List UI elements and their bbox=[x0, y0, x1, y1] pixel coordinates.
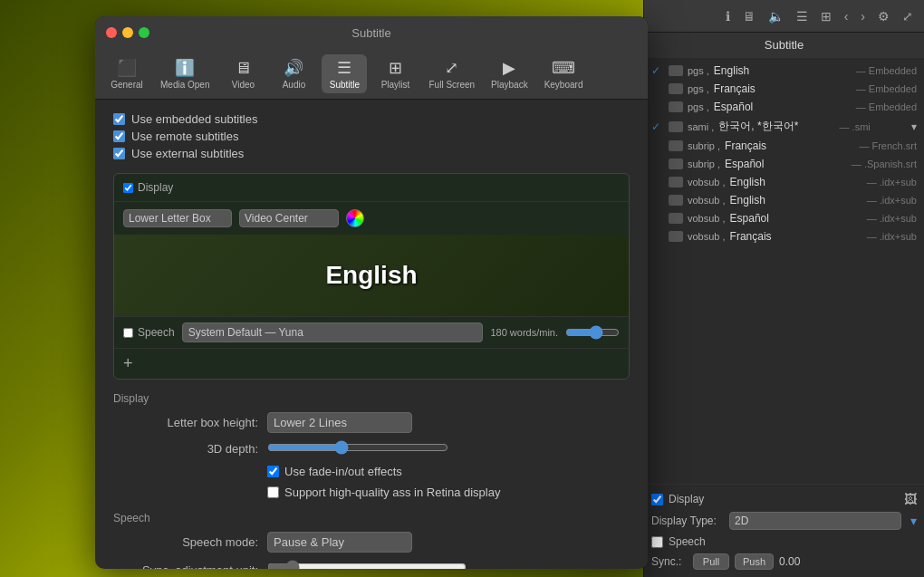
expand-icon[interactable]: ▾ bbox=[911, 120, 917, 133]
subtitle-item[interactable]: vobsub , Français — .idx+sub bbox=[644, 227, 924, 245]
letterbox-height-control: Lower 2 Lines Lower 1 Line Lower 3 Lines bbox=[267, 412, 630, 433]
embedded-checkbox-row[interactable]: Use embedded subtitles bbox=[113, 112, 630, 126]
settings-icon[interactable]: ⚙ bbox=[874, 7, 893, 25]
subtitle-item[interactable]: pgs , Español — Embedded bbox=[644, 98, 924, 116]
close-button[interactable] bbox=[106, 27, 117, 38]
speech-check-row: Speech bbox=[651, 535, 917, 548]
display-type-select[interactable]: 2D 3D bbox=[729, 512, 901, 530]
expand-icon[interactable]: ⤢ bbox=[899, 7, 917, 25]
subtitle-item[interactable]: subrip , Français — French.srt bbox=[644, 137, 924, 155]
speech-check[interactable] bbox=[123, 328, 133, 338]
subtitle-item[interactable]: subrip , Español — .Spanish.srt bbox=[644, 155, 924, 173]
toolbar-playback[interactable]: ▶ Playback bbox=[486, 54, 534, 93]
sync-pull-button[interactable]: Pull bbox=[693, 553, 729, 570]
toolbar-playlist[interactable]: ⊞ Playlist bbox=[372, 54, 418, 93]
content: Use embedded subtitles Use remote subtit… bbox=[95, 100, 648, 569]
speech-row: Speech System Default — Yuna 180 words/m… bbox=[114, 316, 629, 348]
grid-icon[interactable]: ⊞ bbox=[817, 7, 835, 25]
fade-effects-label-row[interactable]: Use fade-in/out effects bbox=[267, 465, 402, 478]
monitor-icon[interactable]: 🖥 bbox=[739, 7, 759, 25]
sync-adj-slider[interactable] bbox=[267, 560, 467, 569]
subtitle-item[interactable]: vobsub , English — .idx+sub bbox=[644, 173, 924, 191]
speech-section-title: Speech bbox=[113, 512, 630, 524]
toolbar-subtitle[interactable]: ☰ Subtitle bbox=[322, 54, 367, 93]
sub-type-icon bbox=[669, 195, 683, 206]
sub-type-icon bbox=[669, 213, 683, 224]
letterbox-height-label: Letter box height: bbox=[113, 416, 258, 429]
keyboard-icon: ⌨ bbox=[552, 58, 575, 78]
color-picker[interactable] bbox=[346, 209, 364, 227]
retina-label-row[interactable]: Support high-quality ass in Retina displ… bbox=[267, 486, 500, 499]
speech-checkbox-row[interactable]: Speech bbox=[123, 326, 175, 339]
toolbar-keyboard[interactable]: ⌨ Keyboard bbox=[539, 54, 589, 93]
sub-type-icon bbox=[669, 231, 683, 242]
minimize-button[interactable] bbox=[122, 27, 133, 38]
remote-label: Use remote subtitles bbox=[131, 130, 239, 143]
sub-type-icon bbox=[669, 65, 683, 76]
subtitle-item[interactable]: vobsub , English — .idx+sub bbox=[644, 191, 924, 209]
speech-checkbox[interactable] bbox=[651, 536, 663, 548]
speech-mode-select[interactable]: Pause & Play Read Only bbox=[267, 532, 412, 553]
words-slider[interactable] bbox=[565, 325, 620, 340]
subtitle-list: ✓ pgs , English — Embedded pgs , Françai… bbox=[644, 58, 924, 484]
subtitle-item[interactable]: vobsub , Español — .idx+sub bbox=[644, 209, 924, 227]
sync-value: 0.00 bbox=[779, 555, 800, 568]
add-button[interactable]: + bbox=[123, 354, 133, 373]
traffic-lights bbox=[106, 27, 149, 38]
letterbox-height-row: Letter box height: Lower 2 Lines Lower 1… bbox=[113, 412, 630, 433]
toolbar-audio[interactable]: 🔊 Audio bbox=[271, 54, 316, 93]
speech-mode-row: Speech mode: Pause & Play Read Only bbox=[113, 532, 630, 553]
nav-forward-icon[interactable]: › bbox=[857, 7, 869, 25]
speech-label: Speech bbox=[669, 535, 706, 548]
toolbar-general[interactable]: ⬛ General bbox=[104, 54, 149, 93]
retina-checkbox[interactable] bbox=[267, 486, 279, 498]
embedded-checkbox[interactable] bbox=[113, 113, 125, 125]
sync-push-button[interactable]: Push bbox=[735, 553, 774, 570]
speech-mode-control: Pause & Play Read Only bbox=[267, 532, 630, 553]
subtitle-item[interactable]: ✓ sami , 한국어, *한국어* — .smi ▾ bbox=[644, 116, 924, 137]
toolbar: ⬛ General ℹ️ Media Open 🖥 Video 🔊 Audio … bbox=[95, 49, 648, 100]
toolbar-media-label: Media Open bbox=[160, 80, 209, 90]
media-open-icon: ℹ️ bbox=[175, 58, 195, 78]
list-icon[interactable]: ☰ bbox=[793, 7, 812, 25]
fade-effects-checkbox[interactable] bbox=[267, 466, 279, 477]
toolbar-playback-label: Playback bbox=[491, 80, 528, 90]
toolbar-audio-label: Audio bbox=[283, 80, 306, 90]
speech-mode-label: Speech mode: bbox=[113, 535, 258, 549]
sync-row: Sync.: Pull Push 0.00 bbox=[651, 553, 917, 570]
subtitle-item[interactable]: pgs , Français — Embedded bbox=[644, 80, 924, 98]
check-icon: ✓ bbox=[651, 64, 664, 77]
display-check[interactable] bbox=[123, 183, 133, 193]
maximize-button[interactable] bbox=[139, 27, 149, 38]
nav-back-icon[interactable]: ‹ bbox=[841, 7, 852, 25]
add-row: + bbox=[114, 348, 629, 379]
letterbox-select[interactable]: Lower Letter Box Upper Letter Box Below … bbox=[123, 209, 232, 227]
audio-icon: 🔊 bbox=[284, 58, 303, 78]
sync-label: Sync.: bbox=[651, 555, 688, 568]
right-panel-title: Subtitle bbox=[644, 33, 924, 58]
remote-checkbox[interactable] bbox=[113, 130, 125, 142]
audio-icon[interactable]: 🔈 bbox=[765, 7, 787, 25]
toolbar-media-open[interactable]: ℹ️ Media Open bbox=[155, 54, 215, 93]
subtitle-item[interactable]: ✓ pgs , English — Embedded bbox=[644, 62, 924, 80]
toolbar-video[interactable]: 🖥 Video bbox=[220, 55, 265, 93]
display-row: Display 🖼 bbox=[651, 492, 917, 506]
fullscreen-icon: ⤢ bbox=[445, 58, 458, 78]
toolbar-fullscreen[interactable]: ⤢ Full Screen bbox=[423, 54, 480, 93]
display-checkbox[interactable] bbox=[651, 494, 663, 505]
sub-type-icon bbox=[669, 83, 683, 94]
info-icon[interactable]: ℹ bbox=[722, 7, 734, 25]
display-label: Display bbox=[669, 493, 704, 505]
display-type-label: Display Type: bbox=[651, 514, 724, 527]
depth-3d-slider[interactable] bbox=[267, 440, 448, 455]
speech-default-select[interactable]: System Default — Yuna bbox=[182, 322, 484, 342]
position-select[interactable]: Video Center Left Right bbox=[239, 209, 339, 227]
letterbox-height-select[interactable]: Lower 2 Lines Lower 1 Line Lower 3 Lines bbox=[267, 412, 412, 433]
display-section: Display Letter box height: Lower 2 Lines… bbox=[113, 392, 630, 499]
preview-text-area: English bbox=[114, 235, 629, 316]
sub-type-icon bbox=[669, 101, 683, 112]
remote-checkbox-row[interactable]: Use remote subtitles bbox=[113, 130, 630, 143]
display-checkbox-row[interactable]: Display bbox=[123, 181, 173, 194]
external-checkbox-row[interactable]: Use external subtitles bbox=[113, 147, 630, 160]
external-checkbox[interactable] bbox=[113, 148, 125, 159]
